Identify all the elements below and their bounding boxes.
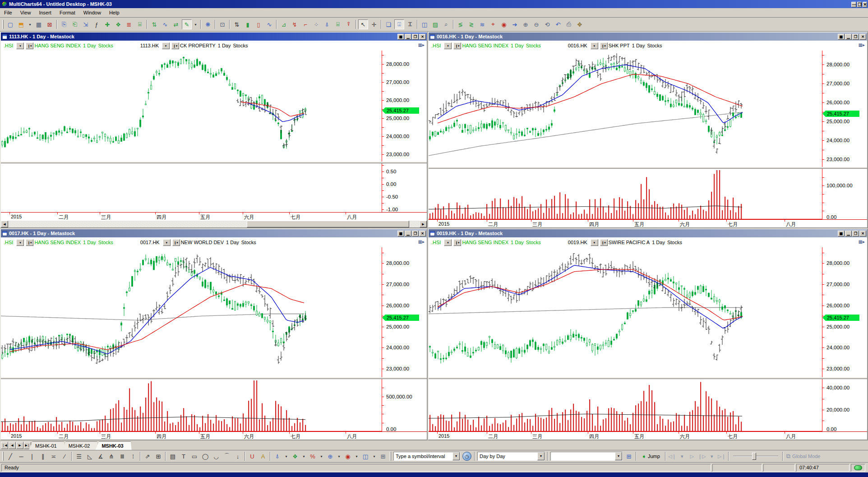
insert-bars-button[interactable]: ⇅ xyxy=(149,19,159,29)
index-dropdown-0[interactable]: ▾ xyxy=(16,239,24,246)
ray-button[interactable]: ⇗ xyxy=(143,451,152,461)
chart-window-titlebar[interactable]: 0016.HK - 1 Day - Metastock▦▁❐✕ xyxy=(429,32,867,41)
chart-window-titlebar[interactable]: 0019.HK - 1 Day - Metastock▦▁❐✕ xyxy=(429,229,867,237)
chart-shortcut-button[interactable]: ▦ xyxy=(397,34,404,40)
playback-control-4[interactable]: ▾ xyxy=(707,452,716,461)
zoom-in-button[interactable]: ⊕ xyxy=(521,19,531,29)
watchlist-combo[interactable]: ▾ xyxy=(550,452,623,461)
percent-group-button[interactable]: % xyxy=(308,451,318,461)
chart-shortcut-button[interactable]: ▦ xyxy=(397,231,404,236)
layout-group-button[interactable]: ◫ xyxy=(360,451,370,461)
horizontal-line-button[interactable]: ─ xyxy=(16,451,26,461)
tab-nav-1[interactable]: ◀ xyxy=(9,442,16,449)
pattern-group-dropdown[interactable]: ▾ xyxy=(301,451,307,461)
panel-toggle-icon[interactable]: ▦▸ xyxy=(418,239,425,244)
app-titlebar[interactable]: MultiCharts64 - Untitled Desktop - MSHK-… xyxy=(0,0,868,8)
chart-window-1113.HK[interactable]: 1113.HK - 1 Day - Metastock▦▁❐✕.HSI▾❙▾HA… xyxy=(0,32,428,228)
callout-button[interactable]: ❏ xyxy=(383,19,393,29)
workspace-tab-mshk-02[interactable]: MSHK-02 xyxy=(62,441,98,450)
maximize-button[interactable]: ❐ xyxy=(852,231,859,236)
trendline-button[interactable]: ╱ xyxy=(5,451,15,461)
menu-insert[interactable]: Insert xyxy=(35,9,55,17)
price-panel[interactable] xyxy=(429,247,822,377)
minimize-button[interactable]: ▁ xyxy=(405,34,411,40)
scroll-thumb[interactable] xyxy=(247,221,409,227)
alert-group-dropdown[interactable]: ▾ xyxy=(354,451,360,461)
panel-toggle-icon[interactable]: ▦▸ xyxy=(859,239,865,244)
map-data-button[interactable]: ⇲ xyxy=(81,19,91,29)
chart-window-button[interactable]: ▨ xyxy=(430,19,440,29)
candlestick-up-button[interactable]: ▮ xyxy=(243,19,253,29)
step-chart-button[interactable]: ⌐ xyxy=(300,19,310,29)
time-compress-button[interactable]: ≶ xyxy=(456,19,466,29)
report-button[interactable]: ≣ xyxy=(124,19,134,29)
insert-arrow-button[interactable]: ⇄ xyxy=(171,19,181,29)
symbol-dropdown-1[interactable]: ❙▾ xyxy=(172,239,180,246)
ellipse-button[interactable]: ◯ xyxy=(200,451,210,461)
minimize-button[interactable]: — xyxy=(851,2,856,7)
histogram-button[interactable]: ⍋ xyxy=(322,19,332,29)
insert-study-button[interactable]: ✚ xyxy=(102,19,112,29)
close-button[interactable]: ✕ xyxy=(419,231,426,236)
channel-button[interactable]: ≍ xyxy=(49,451,59,461)
fib-projection-button[interactable]: ⋔ xyxy=(106,451,116,461)
price-panel[interactable] xyxy=(1,51,382,162)
time-cycle-button[interactable]: Ⅲ xyxy=(117,451,127,461)
pattern-group-button[interactable]: ❖ xyxy=(290,451,300,461)
menu-help[interactable]: Help xyxy=(105,9,124,17)
menu-window[interactable]: Window xyxy=(79,9,105,17)
menu-format[interactable]: Format xyxy=(55,9,79,17)
maximize-button[interactable]: ❐ xyxy=(412,231,419,236)
maximize-button[interactable]: ❐ xyxy=(852,34,859,40)
fib-extension-button[interactable]: ∡ xyxy=(96,451,106,461)
extended-line-button[interactable]: ⁄ xyxy=(60,451,69,461)
underline-tool-button[interactable]: U xyxy=(247,451,257,461)
chart-window-titlebar[interactable]: 1113.HK - 1 Day - Metastock▦▁❐✕ xyxy=(1,32,427,41)
vertical-line-button[interactable]: ❘ xyxy=(27,451,37,461)
price-panel[interactable] xyxy=(1,247,382,377)
zoom-out-button[interactable]: ⊖ xyxy=(531,19,541,29)
speed-resistance-button[interactable]: ⁞ xyxy=(128,451,138,461)
symbol-dropdown-0[interactable]: ▾ xyxy=(591,239,598,246)
text-button[interactable]: T xyxy=(179,451,189,461)
alert-group-button[interactable]: ◉ xyxy=(343,451,353,461)
price-marker-button[interactable]: ⌖ xyxy=(488,19,498,29)
compare-group-dropdown[interactable]: ▾ xyxy=(336,451,342,461)
study-group-dropdown[interactable]: ▾ xyxy=(283,451,289,461)
save-button[interactable]: ▦ xyxy=(34,19,44,29)
index-dropdown-1[interactable]: ❙▾ xyxy=(26,42,33,49)
chart-scrollbar[interactable]: ◀▶ xyxy=(1,220,427,227)
zoom-reset-button[interactable]: ⟲ xyxy=(542,19,552,29)
arc-button[interactable]: ◡ xyxy=(211,451,221,461)
workspace-tab-mshk-01[interactable]: MSHK-01 xyxy=(29,441,65,450)
index-dropdown-0[interactable]: ▾ xyxy=(444,239,452,246)
fib-fan-button[interactable]: ◺ xyxy=(85,451,95,461)
candlestick-down-button[interactable]: ▯ xyxy=(254,19,263,29)
undo-button[interactable]: ↶ xyxy=(553,19,563,29)
slider-thumb[interactable] xyxy=(752,453,756,460)
insert-symbol-button[interactable]: ❖ xyxy=(113,19,123,29)
tab-nav-0[interactable]: ❘◀ xyxy=(1,442,8,449)
fib-retracement-button[interactable]: ☰ xyxy=(74,451,84,461)
toolbar-grip[interactable] xyxy=(390,452,391,461)
format-grid-button[interactable]: ⊞ xyxy=(378,451,388,461)
close-button[interactable]: ✕ xyxy=(419,34,426,40)
panel-toggle-icon[interactable]: ▦▸ xyxy=(859,42,865,47)
data-window-button[interactable]: ◫ xyxy=(420,19,429,29)
close-chart-button[interactable]: ⊠ xyxy=(45,19,55,29)
pan-button[interactable]: ✥ xyxy=(575,19,585,29)
global-mode-toggle[interactable]: ⧉Global Mode xyxy=(786,453,821,460)
maximize-button[interactable]: ❐ xyxy=(857,2,862,7)
session-break-button[interactable]: ≋ xyxy=(477,19,487,29)
block-chart-button[interactable]: ⌸ xyxy=(333,19,343,29)
playback-control-1[interactable]: ▾ xyxy=(678,452,687,461)
indicator-panel[interactable] xyxy=(429,379,822,431)
watchlist-combo-dropdown[interactable]: ▾ xyxy=(615,452,622,460)
compare-group-button[interactable]: ⊕ xyxy=(325,451,335,461)
index-dropdown-0[interactable]: ▾ xyxy=(16,42,24,49)
price-panel[interactable] xyxy=(429,51,822,167)
minimize-button[interactable]: ▁ xyxy=(845,34,852,40)
point-figure-button[interactable]: ⁘ xyxy=(311,19,321,29)
percent-group-dropdown[interactable]: ▾ xyxy=(319,451,324,461)
open-button[interactable]: ⬒ xyxy=(16,19,26,29)
